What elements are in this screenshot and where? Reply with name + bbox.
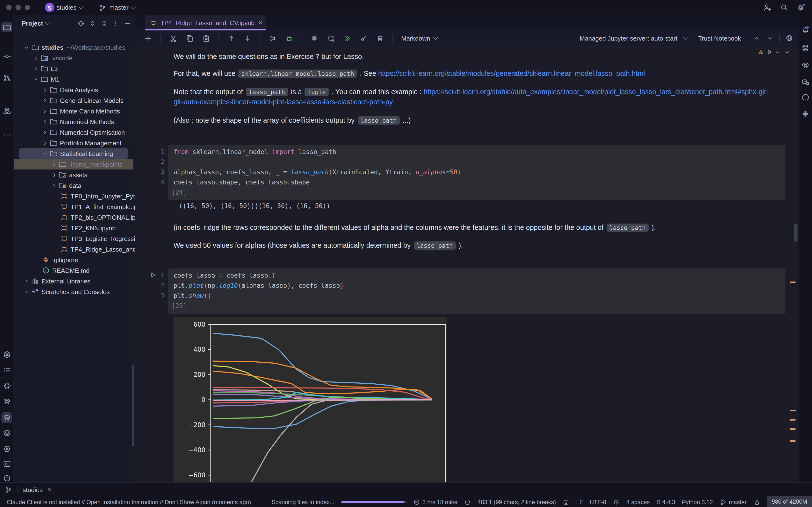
browser-button[interactable] — [785, 34, 793, 42]
chev-r-icon[interactable] — [51, 172, 57, 178]
stripe-aichat-button[interactable] — [800, 76, 811, 87]
trash-button[interactable] — [376, 34, 384, 42]
personplus-button[interactable] — [763, 3, 771, 12]
overview-ruler-mark[interactable] — [790, 428, 796, 430]
code-cell[interactable]: coefs_lasso = coefs_lasso.Tplt.plot(np.l… — [168, 269, 785, 314]
copy-button[interactable] — [186, 34, 194, 42]
tree-scrollbar[interactable] — [132, 364, 134, 447]
restart-button[interactable] — [327, 34, 335, 42]
tree-item-tp4-ridge-lasso-and-cv-ip[interactable]: TP4_Ridge_Lasso_and_CV.ip — [14, 244, 135, 255]
python-interpreter[interactable]: Python 3.12 — [682, 499, 713, 505]
status-message[interactable]: Claude Client is not installed // Open I… — [7, 499, 251, 505]
tree-item-m1[interactable]: M1 — [14, 74, 135, 84]
stripe-problems-button[interactable] — [1, 473, 12, 483]
tree-item-monte-carlo-methods[interactable]: Monte Carlo Methods — [14, 106, 135, 116]
stripe-db-button[interactable] — [800, 43, 811, 53]
code-line[interactable]: alphas_lasso, coefs_lasso, _ = lasso_pat… — [168, 167, 785, 177]
tree-item-numerical-methods[interactable]: Numerical Methods — [14, 116, 135, 127]
stripe-layers-button[interactable] — [1, 427, 12, 438]
overview-ruler-mark[interactable] — [790, 419, 796, 420]
stripe-python-button[interactable] — [1, 381, 12, 391]
code-cell[interactable]: from sklearn.linear_model import lasso_p… — [168, 145, 785, 201]
caret-position[interactable]: 483:1 (99 chars, 2 line breaks) — [477, 499, 556, 505]
chev-r-icon[interactable] — [51, 161, 57, 167]
tree-item-tp2-bis-optional-ipynb[interactable]: TP2_bis_OPTIONAL.ipynb — [14, 212, 135, 223]
tree-item-general-linear-models[interactable]: General Linear Models — [14, 95, 135, 106]
unfold-button[interactable] — [89, 19, 96, 27]
chev-d-icon[interactable] — [33, 76, 39, 82]
branch-icon[interactable] — [5, 486, 12, 494]
editor-scrollbar[interactable] — [794, 224, 798, 242]
inspection-widget[interactable]: 9 — [758, 49, 790, 56]
run-button[interactable] — [269, 34, 277, 42]
chevup-icon[interactable] — [774, 49, 780, 55]
tree-item-studies[interactable]: studies~/Workspace/studies — [14, 42, 135, 53]
close-icon[interactable]: ✕ — [258, 19, 263, 26]
overview-ruler-mark[interactable] — [790, 440, 796, 442]
stripe-terminal-button[interactable] — [1, 458, 12, 469]
line-separator[interactable]: LF — [576, 499, 583, 505]
tool-tab-studies[interactable]: studies ✕ — [23, 486, 52, 493]
overview-ruler-mark[interactable] — [790, 410, 796, 411]
file-encoding[interactable]: UTF-8 — [590, 499, 606, 505]
tree-item-l3[interactable]: L3 — [14, 63, 135, 74]
tree-item-readme-md[interactable]: README.md — [14, 265, 135, 276]
hyperlink[interactable]: https://scikit-learn.org/stable/auto_exa… — [424, 88, 769, 96]
code-line[interactable]: plt.show() — [168, 291, 785, 301]
chevron-down-icon[interactable] — [45, 19, 51, 25]
stripe-more-button[interactable] — [1, 129, 12, 140]
stripe-structure-button[interactable] — [1, 105, 12, 116]
code-line[interactable]: coefs_lasso = coefs_lasso.T — [168, 270, 785, 281]
stripe-rlogo-button[interactable] — [1, 396, 12, 406]
tree-item-tp0-intro-jupyter-python-ip[interactable]: TP0_Intro_Jupyter_Python.ip — [14, 191, 135, 201]
code-line[interactable]: coefs_lasso.shape, coefs_lasso.shape — [168, 177, 785, 187]
code-line[interactable]: from sklearn.linear_model import lasso_p… — [168, 147, 785, 157]
tree-item-statistical-learning[interactable]: Statistical Learning — [14, 148, 135, 159]
chevdn-icon[interactable] — [784, 49, 790, 55]
tree-item-assets[interactable]: assets — [14, 169, 135, 180]
chev-r-icon[interactable] — [24, 288, 30, 295]
stripe-rlogo-button[interactable] — [800, 60, 811, 70]
clean-button[interactable] — [360, 34, 368, 42]
memory-indicator[interactable]: 980 of 4200M — [767, 496, 812, 507]
chev-r-icon[interactable] — [42, 129, 48, 135]
collapseall-button[interactable] — [101, 19, 108, 27]
next-cell-button[interactable] — [766, 35, 773, 42]
indent-style[interactable]: 4 spaces — [626, 499, 650, 505]
tree-item-tp1-a-first-example-ipynb[interactable]: TP1_A_first_example.ipynb — [14, 201, 135, 212]
chev-r-icon[interactable] — [42, 97, 48, 104]
git-branch[interactable]: master — [720, 499, 747, 505]
window-controls[interactable] — [6, 5, 30, 10]
trust-notebook-button[interactable]: Trust Notebook — [698, 35, 741, 42]
tree-item-external-libraries[interactable]: External Libraries — [14, 276, 135, 286]
stripe-folder-button[interactable] — [1, 22, 12, 32]
cell-type-dropdown[interactable]: Markdown — [401, 35, 438, 42]
stripe-hexplay-button[interactable] — [1, 443, 12, 454]
prev-cell-button[interactable] — [753, 35, 760, 42]
chev-r-icon[interactable] — [51, 182, 57, 188]
chev-r-icon[interactable] — [33, 55, 39, 61]
tree-item-data[interactable]: data — [14, 180, 135, 191]
runall-button[interactable] — [343, 34, 351, 42]
plus-button[interactable] — [144, 34, 152, 42]
tree-item-vscode[interactable]: .vscode — [14, 53, 135, 63]
search-button[interactable] — [780, 3, 788, 12]
chev-r-icon[interactable] — [33, 65, 39, 72]
stripe-rlogo-button[interactable] — [1, 412, 12, 423]
stripe-bell-button[interactable] — [800, 24, 811, 35]
tree-item-scratches-and-consoles[interactable]: Scratches and Consoles — [14, 286, 135, 297]
tree-item-tp2-knn-ipynb[interactable]: TP2_KNN.ipynb — [14, 223, 135, 233]
cut-button[interactable] — [169, 34, 177, 42]
r-interpreter[interactable]: R 4.4.3 — [656, 499, 675, 505]
hyperlink[interactable]: https://scikit-learn.org/stable/modules/… — [378, 69, 645, 77]
hyperlink[interactable]: glr-auto-examples-linear-model-plot-lass… — [173, 98, 393, 106]
chev-d-icon[interactable] — [42, 151, 48, 157]
code-line[interactable] — [168, 157, 785, 167]
close-icon[interactable]: ✕ — [47, 487, 52, 493]
vcs-widget[interactable]: master — [99, 4, 135, 11]
arrdown-button[interactable] — [244, 34, 252, 42]
chev-r-icon[interactable] — [42, 108, 48, 114]
arrup-button[interactable] — [227, 34, 236, 42]
chev-r-icon[interactable] — [24, 278, 30, 284]
stop-button[interactable] — [310, 34, 318, 42]
